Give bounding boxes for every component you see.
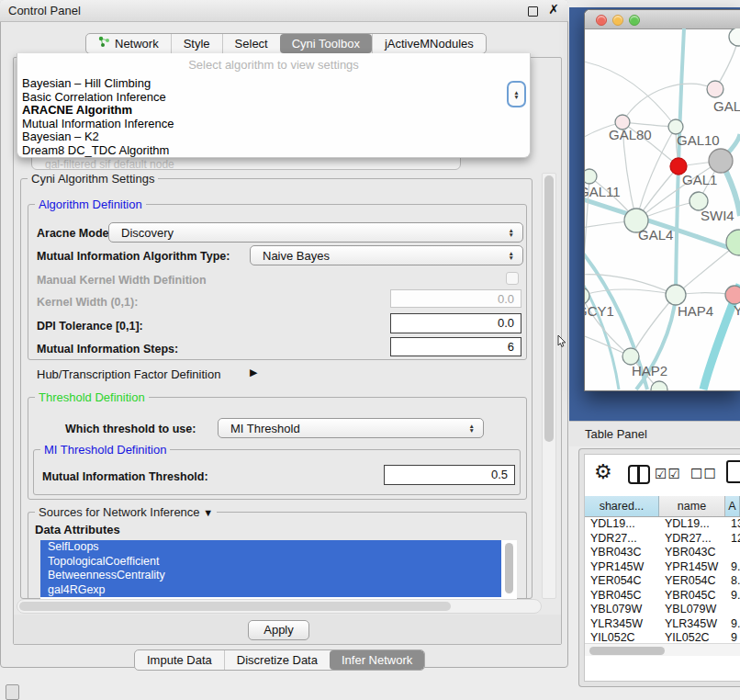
- zoom-traffic-light-icon[interactable]: [629, 15, 640, 26]
- table-cell: [725, 546, 740, 560]
- network-edge[interactable]: [585, 289, 676, 296]
- table-cell: YER054C: [585, 574, 659, 589]
- export-table-icon[interactable]: [726, 460, 740, 483]
- table-cell: 8.: [725, 574, 740, 589]
- algorithm-option[interactable]: Dream8 DC_TDC Algorithm: [17, 144, 530, 158]
- table-row[interactable]: YBR045CYBR045C9.: [585, 589, 740, 604]
- table-row[interactable]: YER054CYER054C8.: [585, 574, 740, 589]
- column-header-2[interactable]: name: [659, 496, 725, 516]
- control-panel-titlebar[interactable]: Control Panel ✗: [0, 0, 568, 22]
- table-cell: YBL079W: [585, 603, 659, 617]
- network-node[interactable]: [585, 169, 597, 184]
- dpi-tolerance-input[interactable]: 0.0: [390, 313, 521, 333]
- attribute-list-item[interactable]: BetweennessCentrality: [40, 569, 501, 583]
- network-node[interactable]: [707, 81, 723, 97]
- attributes-scrollbar[interactable]: [505, 543, 513, 593]
- bottom-tab-discretize-data[interactable]: Discretize Data: [224, 650, 330, 670]
- combo-stepper-icon: ▲▼: [509, 251, 514, 260]
- table-row[interactable]: YBL079WYBL079W: [585, 603, 740, 617]
- network-icon: [98, 34, 110, 53]
- column-browse-icon[interactable]: [628, 465, 650, 484]
- algorithm-option[interactable]: Basic Correlation Inference: [17, 91, 530, 105]
- kernel-width-input[interactable]: 0.0: [390, 289, 521, 308]
- combo-stepper-icon: ▲▼: [469, 423, 475, 433]
- attribute-list-item[interactable]: SelfLoops: [40, 540, 501, 555]
- bottom-tab-label: Impute Data: [147, 650, 212, 670]
- network-edge[interactable]: [585, 195, 740, 252]
- tab-select[interactable]: Select: [222, 34, 280, 53]
- algorithm-option[interactable]: Mutual Information Inference: [17, 118, 530, 131]
- network-window-titlebar[interactable]: [585, 10, 740, 29]
- which-threshold-label: Which threshold to use:: [65, 423, 196, 435]
- hub-definition-expander[interactable]: Hub/Transcription Factor Definition: [37, 367, 220, 381]
- algorithm-option[interactable]: Bayesian – K2: [17, 130, 530, 144]
- network-node[interactable]: [666, 285, 686, 305]
- table-row[interactable]: YLR345WYLR345W9.: [585, 617, 740, 632]
- table-panel-title: Table Panel: [585, 427, 647, 441]
- expand-right-icon[interactable]: ▶: [250, 367, 257, 378]
- deselect-all-checkboxes-icon[interactable]: ☐☐: [690, 466, 717, 482]
- settings-vertical-scrollbar[interactable]: [542, 173, 556, 599]
- mi-algorithm-type-value: Naive Bayes: [263, 249, 330, 263]
- tab-network[interactable]: Network: [86, 34, 171, 53]
- table-cell: YLR345W: [659, 617, 725, 632]
- network-node[interactable]: [729, 28, 740, 46]
- table-row[interactable]: YDR27...YDR27...12: [585, 532, 740, 547]
- column-header-3[interactable]: A: [725, 496, 740, 516]
- float-window-icon[interactable]: [528, 6, 538, 17]
- table-row[interactable]: YPR145WYPR145W9.: [585, 560, 740, 575]
- network-selector-value: gal-filtered sif default node: [45, 158, 174, 170]
- network-node[interactable]: [725, 286, 740, 304]
- apply-button[interactable]: Apply: [248, 620, 309, 640]
- focused-spinner-button[interactable]: ▲▼: [507, 81, 526, 107]
- attribute-list-item[interactable]: gal4RGexp: [40, 583, 501, 598]
- bottom-tab-infer-network[interactable]: Infer Network: [330, 650, 424, 670]
- manual-kernel-width-label: Manual Kernel Width Definition: [37, 274, 207, 287]
- minimize-traffic-light-icon[interactable]: [612, 15, 623, 26]
- network-canvas[interactable]: GALGAL80GAL10GAL1GAL11GAL4SWI4GCY1HAP4YH…: [585, 28, 740, 390]
- select-all-checkboxes-icon[interactable]: ☑☑: [655, 466, 681, 482]
- manual-kernel-width-checkbox[interactable]: [506, 272, 519, 285]
- gear-icon[interactable]: ⚙: [594, 462, 612, 482]
- which-threshold-combobox[interactable]: MI Threshold ▲▼: [218, 418, 484, 438]
- network-edge[interactable]: [622, 84, 715, 122]
- mi-algorithm-type-combobox[interactable]: Naive Bayes ▲▼: [250, 245, 523, 265]
- network-node[interactable]: [585, 288, 589, 304]
- spinner-arrows-icon: ▲▼: [513, 90, 519, 99]
- tab-style[interactable]: Style: [171, 34, 222, 53]
- table-row[interactable]: YDL19...YDL19...13: [585, 517, 740, 532]
- table-cell: 9.: [725, 589, 740, 604]
- control-panel-tab-bar: NetworkStyleSelectCyni ToolboxjActiveMNo…: [85, 33, 487, 54]
- bottom-tab-impute-data[interactable]: Impute Data: [135, 650, 224, 670]
- tab-cyni-toolbox[interactable]: Cyni Toolbox: [280, 34, 372, 53]
- close-traffic-light-icon[interactable]: [596, 15, 607, 26]
- table-row[interactable]: YBR043CYBR043C: [585, 546, 740, 560]
- table-cell: 13: [725, 517, 740, 532]
- mi-threshold-input[interactable]: 0.5: [384, 465, 515, 485]
- data-attributes-label: Data Attributes: [35, 523, 120, 536]
- network-edge[interactable]: [585, 60, 676, 127]
- network-node[interactable]: [709, 149, 733, 173]
- mi-threshold-label: Mutual Information Threshold:: [42, 470, 208, 483]
- mi-steps-input[interactable]: 6: [390, 337, 521, 356]
- aracne-mode-combobox[interactable]: Discovery ▲▼: [108, 222, 523, 243]
- close-icon[interactable]: ✗: [548, 2, 559, 17]
- attribute-list-item[interactable]: TopologicalCoefficient: [40, 555, 501, 570]
- mi-steps-label: Mutual Information Steps:: [37, 343, 178, 356]
- table-cell: YLR345W: [585, 617, 659, 632]
- column-header-1[interactable]: shared...: [585, 496, 659, 516]
- algorithm-option[interactable]: Bayesian – Hill Climbing: [17, 77, 530, 91]
- threshold-definition-title: Threshold Definition: [35, 390, 149, 404]
- network-node-label: GAL: [713, 98, 740, 114]
- sources-group-title[interactable]: Sources for Network Inference ▼: [35, 505, 217, 519]
- network-node[interactable]: [651, 381, 667, 390]
- tab-jactivemnodules[interactable]: jActiveMNodules: [372, 34, 486, 53]
- table-cell: YPR145W: [659, 560, 725, 575]
- collapse-down-icon: ▼: [203, 507, 213, 518]
- table-horizontal-scrollbar[interactable]: [585, 643, 740, 656]
- algorithm-option[interactable]: ARACNE Algorithm: [17, 104, 530, 118]
- settings-horizontal-scrollbar[interactable]: [17, 599, 542, 614]
- minimized-panel-icon[interactable]: [6, 684, 19, 700]
- table-cell: [725, 603, 740, 617]
- table-cell: 9.: [725, 560, 740, 575]
